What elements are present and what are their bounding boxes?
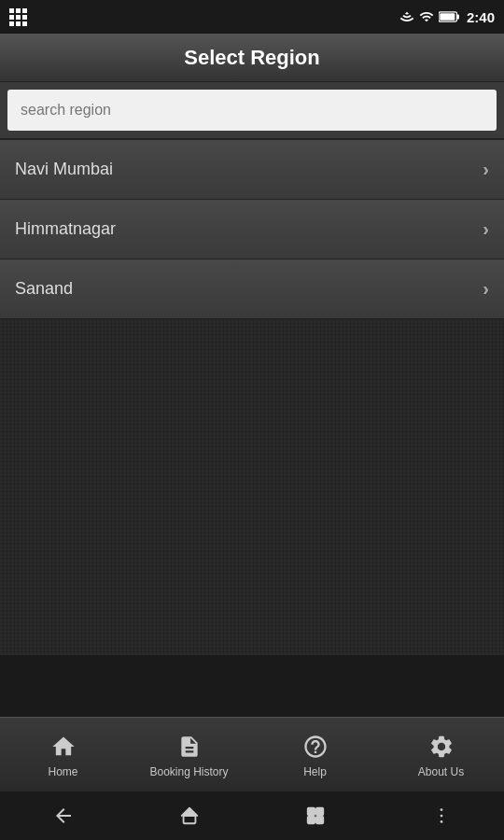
status-bar: 2:40 bbox=[0, 0, 504, 34]
region-name: Navi Mumbai bbox=[15, 160, 113, 179]
region-name: Sanand bbox=[15, 279, 73, 299]
page-title: Select Region bbox=[184, 46, 319, 70]
list-item[interactable]: Navi Mumbai› bbox=[0, 140, 504, 200]
svg-rect-4 bbox=[307, 808, 314, 815]
empty-area bbox=[0, 319, 504, 655]
chevron-right-icon: › bbox=[483, 159, 489, 180]
search-input[interactable] bbox=[7, 90, 497, 131]
nav-label-help: Help bbox=[303, 765, 327, 778]
nav-item-home[interactable]: Home bbox=[0, 724, 126, 786]
status-right: 2:40 bbox=[399, 9, 495, 25]
svg-point-9 bbox=[440, 815, 442, 818]
grid-icon bbox=[9, 8, 27, 26]
svg-rect-6 bbox=[307, 817, 314, 823]
chevron-right-icon: › bbox=[483, 218, 489, 240]
system-nav bbox=[0, 791, 504, 840]
chevron-right-icon: › bbox=[483, 278, 489, 300]
bottom-nav: Home Booking History Help About Us bbox=[0, 717, 504, 791]
nav-label-home: Home bbox=[48, 765, 77, 778]
back-button[interactable] bbox=[45, 797, 82, 834]
home-button[interactable] bbox=[171, 797, 208, 834]
nav-item-booking-history[interactable]: Booking History bbox=[126, 724, 252, 786]
svg-point-8 bbox=[440, 808, 442, 811]
svg-rect-1 bbox=[456, 14, 459, 19]
nav-item-help[interactable]: Help bbox=[252, 724, 378, 786]
home-icon bbox=[49, 732, 78, 762]
more-options-button[interactable] bbox=[423, 797, 460, 834]
svg-rect-2 bbox=[440, 13, 455, 21]
list-item[interactable]: Sanand› bbox=[0, 259, 504, 319]
gear-icon bbox=[427, 732, 456, 762]
nav-label-booking-history: Booking History bbox=[149, 765, 228, 778]
search-container bbox=[0, 82, 504, 140]
svg-rect-5 bbox=[315, 808, 322, 815]
svg-rect-7 bbox=[315, 817, 322, 823]
clock: 2:40 bbox=[467, 9, 495, 25]
list-item[interactable]: Himmatnagar› bbox=[0, 200, 504, 259]
svg-point-10 bbox=[440, 820, 442, 823]
region-list: Navi Mumbai›Himmatnagar›Sanand› bbox=[0, 140, 504, 319]
document-icon bbox=[175, 732, 204, 762]
nav-label-about-us: About Us bbox=[418, 765, 464, 778]
battery-icon bbox=[439, 10, 459, 23]
status-left bbox=[9, 8, 27, 26]
svg-rect-3 bbox=[183, 816, 195, 823]
recent-apps-button[interactable] bbox=[297, 797, 334, 834]
wifi-icon bbox=[418, 9, 435, 24]
nav-item-about-us[interactable]: About Us bbox=[378, 724, 504, 786]
help-icon bbox=[301, 732, 330, 762]
signal-icon bbox=[399, 9, 414, 24]
region-name: Himmatnagar bbox=[15, 219, 116, 239]
header: Select Region bbox=[0, 34, 504, 82]
